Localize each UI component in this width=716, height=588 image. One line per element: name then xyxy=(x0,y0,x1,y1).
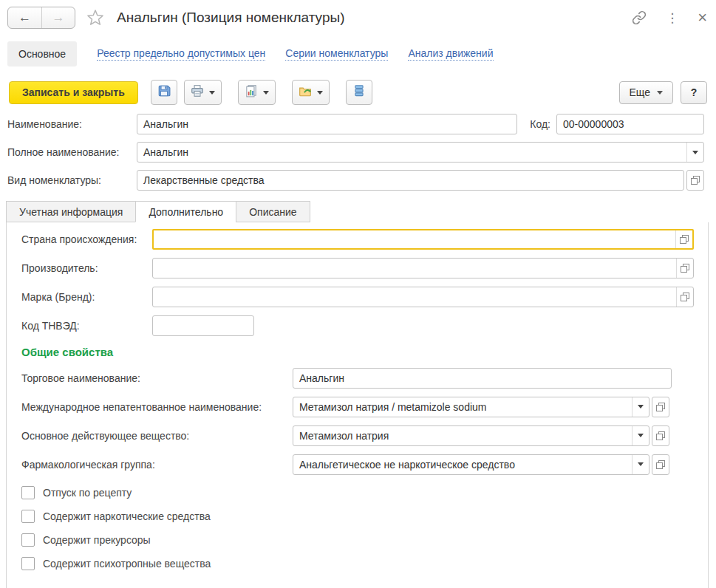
tab-description[interactable]: Описание xyxy=(236,201,310,222)
nav-link-price-register[interactable]: Реестр предельно допустимых цен xyxy=(97,47,265,61)
nav-tab-main[interactable]: Основное xyxy=(7,41,77,66)
header-fields: Наименование: Код: Полное наименование: … xyxy=(7,114,704,198)
precursor-checkbox[interactable] xyxy=(21,533,35,547)
open-icon xyxy=(681,293,689,301)
inn-label: Международное непатентованное наименован… xyxy=(21,401,293,413)
open-icon xyxy=(656,431,665,440)
related-documents-icon xyxy=(352,84,366,100)
save-and-close-button[interactable]: Записать и закрыть xyxy=(9,81,138,104)
inn-row: Международное непатентованное наименован… xyxy=(21,396,694,417)
prescription-row: Отпуск по рецепту xyxy=(21,485,694,500)
tab-additional[interactable]: Дополнительно xyxy=(135,201,236,222)
country-open-button[interactable] xyxy=(675,230,692,248)
tnved-input[interactable] xyxy=(152,315,254,336)
full-name-input[interactable] xyxy=(137,143,686,162)
inn-open-button[interactable] xyxy=(652,397,669,417)
common-properties-title: Общие свойства xyxy=(21,346,694,360)
trade-name-label: Торговое наименование: xyxy=(21,372,293,384)
country-row: Страна происхождения: xyxy=(21,228,694,250)
more-menu-icon[interactable]: ⋮ xyxy=(666,10,678,26)
manufacturer-open-button[interactable] xyxy=(676,259,693,278)
dropdown-button[interactable] xyxy=(686,143,703,162)
country-input[interactable] xyxy=(154,230,675,248)
narcotic-checkbox[interactable] xyxy=(21,510,35,523)
manufacturer-row: Производитель: xyxy=(21,257,694,278)
manufacturer-input[interactable] xyxy=(153,259,676,278)
save-icon xyxy=(157,84,171,100)
tab-accounting-info[interactable]: Учетная информация xyxy=(6,201,136,222)
related-documents-button[interactable] xyxy=(346,80,372,105)
narcotic-row: Содержит наркотические средства xyxy=(21,509,694,524)
reports-button[interactable] xyxy=(238,80,276,105)
more-actions-label: Еще xyxy=(630,86,651,98)
toolbar: Записать и закрыть xyxy=(9,79,707,106)
substance-field xyxy=(293,425,649,446)
favorite-star-icon[interactable] xyxy=(86,8,105,27)
inn-field xyxy=(293,397,649,417)
chevron-down-icon xyxy=(317,91,323,95)
print-button[interactable] xyxy=(184,80,222,105)
substance-label: Основное действующее вещество: xyxy=(21,430,293,442)
prescription-checkbox[interactable] xyxy=(21,486,35,499)
kind-input[interactable] xyxy=(137,170,684,191)
chevron-down-icon xyxy=(638,405,644,408)
psychotropic-label: Содержит психотропные вещества xyxy=(43,558,211,570)
trade-name-row: Торговое наименование: xyxy=(21,367,694,389)
brand-field xyxy=(152,287,694,307)
more-actions-button[interactable]: Еще xyxy=(619,81,674,104)
additional-tab-panel: Страна происхождения: Производитель: Мар… xyxy=(6,222,709,588)
titlebar: ← → Анальгин (Позиция номенклатуры) ⋮ × xyxy=(7,6,707,30)
back-button[interactable]: ← xyxy=(8,7,41,28)
chevron-down-icon xyxy=(692,151,698,154)
name-row: Наименование: Код: xyxy=(7,114,704,134)
forward-button[interactable]: → xyxy=(41,7,75,28)
window-title: Анальгин (Позиция номенклатуры) xyxy=(117,10,344,26)
dropdown-button[interactable] xyxy=(632,397,649,417)
name-input[interactable] xyxy=(137,114,517,134)
precursor-row: Содержит прекурсоры xyxy=(21,533,694,547)
country-label: Страна происхождения: xyxy=(21,233,152,245)
tnved-row: Код ТНВЭД: xyxy=(21,315,694,336)
nav-link-movement-analysis[interactable]: Анализ движений xyxy=(408,47,493,61)
print-icon xyxy=(191,84,204,100)
kind-open-button[interactable] xyxy=(686,170,704,191)
brand-row: Марка (Бренд): xyxy=(21,286,694,307)
help-button[interactable]: ? xyxy=(681,81,707,104)
dropdown-button[interactable] xyxy=(632,426,649,445)
trade-name-input[interactable] xyxy=(293,368,672,389)
page-tabs: Учетная информация Дополнительно Описани… xyxy=(6,201,310,222)
chevron-down-icon xyxy=(263,91,269,95)
code-label: Код: xyxy=(530,118,550,130)
save-button[interactable] xyxy=(151,80,177,105)
full-name-field xyxy=(137,142,704,163)
open-icon xyxy=(691,176,700,185)
psychotropic-checkbox[interactable] xyxy=(21,557,35,570)
open-icon xyxy=(656,460,665,469)
brand-open-button[interactable] xyxy=(676,287,693,307)
manufacturer-label: Производитель: xyxy=(21,262,152,274)
pharm-group-label: Фармакологическая группа: xyxy=(21,459,293,471)
nav-link-series[interactable]: Серии номенклатуры xyxy=(285,47,388,61)
manufacturer-field xyxy=(152,258,694,278)
pharm-group-open-button[interactable] xyxy=(652,454,669,475)
dropdown-button[interactable] xyxy=(632,455,649,474)
substance-open-button[interactable] xyxy=(652,425,669,446)
close-icon[interactable]: × xyxy=(698,11,707,24)
inn-input[interactable] xyxy=(293,397,632,417)
narcotic-label: Содержит наркотические средства xyxy=(43,510,211,522)
chevron-down-icon xyxy=(638,434,644,437)
chevron-down-icon xyxy=(209,91,215,95)
substance-row: Основное действующее вещество: xyxy=(21,425,694,446)
pharm-group-input[interactable] xyxy=(293,455,632,474)
chevron-down-icon xyxy=(657,91,663,95)
pharm-group-row: Фармакологическая группа: xyxy=(21,454,694,475)
report-icon xyxy=(245,84,258,100)
substance-input[interactable] xyxy=(293,426,632,445)
psychotropic-row: Содержит психотропные вещества xyxy=(21,556,694,571)
get-link-icon[interactable] xyxy=(632,10,647,25)
code-input[interactable] xyxy=(556,114,704,134)
open-icon xyxy=(681,264,689,273)
kind-row: Вид номенклатуры: xyxy=(7,170,704,191)
brand-input[interactable] xyxy=(153,287,676,307)
export-button[interactable] xyxy=(292,80,330,105)
